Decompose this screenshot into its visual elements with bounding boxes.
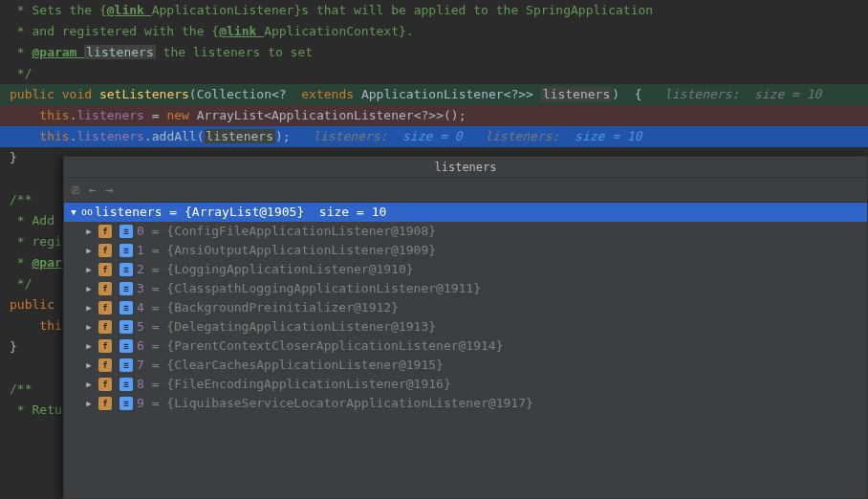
punct: .: [144, 129, 152, 143]
comment-text: * and registered with the {: [10, 24, 219, 38]
keyword: public: [10, 87, 62, 101]
array-index: 5: [137, 317, 144, 336]
array-index: 2: [137, 260, 144, 279]
expand-handle[interactable]: ▶: [83, 241, 95, 260]
keyword: public: [10, 297, 54, 312]
tree-item-row[interactable]: ▶f≡5 = {DelegatingApplicationListener@19…: [64, 317, 867, 336]
tree-item-row[interactable]: ▶f≡7 = {ClearCachesApplicationListener@1…: [64, 356, 867, 375]
javadoc-param-tag: @par: [32, 255, 61, 270]
debug-evaluate-popup: listeners ⎚ ← → ▼ oo listeners = {ArrayL…: [63, 156, 868, 499]
field-icon: f: [98, 244, 112, 257]
comment-text: * Add: [10, 213, 62, 228]
punct: }: [10, 150, 17, 164]
comment-text: * Retu: [10, 402, 62, 417]
expand-handle[interactable]: ▶: [83, 394, 95, 413]
punct: ): [275, 129, 283, 143]
expand-handle[interactable]: ▶: [83, 375, 95, 394]
tree-item-row[interactable]: ▶f≡4 = {BackgroundPreinitializer@1912}: [64, 298, 867, 317]
keyword: extends: [293, 87, 360, 101]
variable-value: = {ConfigFileApplicationListener@1908}: [144, 222, 436, 241]
field-icon: f: [98, 358, 112, 372]
punct: ();: [444, 108, 466, 122]
method-call: addAll: [152, 129, 197, 143]
element-icon: ≡: [119, 301, 133, 315]
comment-text: ApplicationContext: [264, 24, 399, 38]
variable-value: = {ParentContextCloserApplicationListene…: [144, 336, 504, 356]
comment-text: /**: [10, 192, 32, 206]
element-icon: ≡: [119, 339, 133, 353]
comment-text: *: [10, 45, 32, 59]
type: ArrayList<ApplicationListener<?>>: [197, 108, 444, 122]
comment-text: }.: [399, 24, 414, 38]
expand-handle[interactable]: ▶: [83, 298, 95, 317]
code-line: * and registered with the {@link Applica…: [0, 21, 868, 42]
expand-handle[interactable]: ▶: [83, 336, 95, 356]
expand-handle[interactable]: ▶: [83, 260, 95, 279]
variable-value: {ArrayList@1905} size = 10: [184, 203, 386, 222]
field: listeners: [76, 108, 143, 122]
field-icon: f: [98, 282, 112, 295]
code-line: */: [0, 63, 868, 84]
punct: =: [144, 108, 166, 122]
keyword: this: [39, 129, 69, 143]
javadoc-param-tag: @param: [32, 45, 84, 59]
param-highlight: listeners: [541, 87, 612, 101]
array-index: 7: [137, 356, 144, 375]
comment-text: */: [10, 66, 32, 80]
tree-item-row[interactable]: ▶f≡9 = {LiquibaseServiceLocatorApplicati…: [64, 394, 867, 413]
type: <?: [271, 87, 293, 101]
inlay-hint: listeners:: [485, 129, 575, 143]
punct: ;: [283, 129, 291, 143]
navigate-to-source-icon[interactable]: ⎚: [72, 183, 79, 197]
element-icon: ≡: [119, 225, 133, 238]
element-icon: ≡: [119, 320, 133, 334]
tree-root-row[interactable]: ▼ oo listeners = {ArrayList@1905} size =…: [64, 203, 867, 222]
array-index: 1: [137, 241, 144, 260]
array-index: 8: [137, 375, 144, 394]
tree-item-row[interactable]: ▶f≡3 = {ClasspathLoggingApplicationListe…: [64, 279, 867, 298]
field-icon: f: [98, 339, 112, 353]
punct: ): [612, 87, 627, 101]
forward-icon[interactable]: →: [106, 183, 114, 197]
keyword: new: [166, 108, 196, 122]
element-icon: ≡: [119, 378, 133, 391]
keyword: this: [39, 108, 69, 122]
back-icon[interactable]: ←: [89, 183, 97, 197]
tree-item-row[interactable]: ▶f≡1 = {AnsiOutputApplicationListener@19…: [64, 241, 867, 260]
expand-handle[interactable]: ▼: [68, 203, 79, 222]
field-icon: f: [98, 397, 112, 410]
expand-handle[interactable]: ▶: [83, 279, 95, 298]
expand-handle[interactable]: ▶: [83, 356, 95, 375]
code-line: public void setListeners(Collection<? ex…: [0, 84, 868, 105]
array-index: 6: [137, 336, 144, 356]
comment-text: the listeners to set: [156, 45, 313, 59]
type: Collection: [197, 87, 271, 101]
element-icon: ≡: [119, 263, 133, 276]
tree-item-row[interactable]: ▶f≡8 = {FileEncodingApplicationListener@…: [64, 375, 867, 394]
inlay-hint-value: size = 0: [402, 129, 463, 143]
inlay-hint: listeners:: [313, 129, 402, 143]
keyword: thi: [39, 318, 61, 333]
tree-item-row[interactable]: ▶f≡2 = {LoggingApplicationListener@1910}: [64, 260, 867, 279]
tree-item-row[interactable]: ▶f≡6 = {ParentContextCloserApplicationLi…: [64, 336, 867, 356]
element-icon: ≡: [119, 244, 133, 257]
array-index: 0: [137, 222, 144, 241]
field-icon: f: [98, 263, 112, 276]
code-line: this.listeners = new ArrayList<Applicati…: [0, 105, 868, 126]
element-icon: ≡: [119, 397, 133, 410]
variable-value: = {LoggingApplicationListener@1910}: [144, 260, 414, 279]
variable-value: = {ClearCachesApplicationListener@1915}: [144, 356, 444, 375]
expand-handle[interactable]: ▶: [83, 222, 95, 241]
method-name: setListeners: [99, 87, 189, 101]
code-line: * @param listeners the listeners to set: [0, 42, 868, 63]
current-execution-line: this.listeners.addAll(listeners); listen…: [0, 126, 868, 147]
javadoc-link-tag: @link: [219, 24, 264, 38]
variable-value: = {BackgroundPreinitializer@1912}: [144, 298, 399, 317]
expand-handle[interactable]: ▶: [83, 317, 95, 336]
tree-item-row[interactable]: ▶f≡0 = {ConfigFileApplicationListener@19…: [64, 222, 867, 241]
popup-title: listeners: [64, 157, 867, 178]
punct: {: [627, 87, 642, 101]
variable-name: listeners: [95, 203, 162, 222]
variables-tree[interactable]: ▼ oo listeners = {ArrayList@1905} size =…: [64, 203, 867, 413]
element-icon: ≡: [119, 282, 133, 295]
